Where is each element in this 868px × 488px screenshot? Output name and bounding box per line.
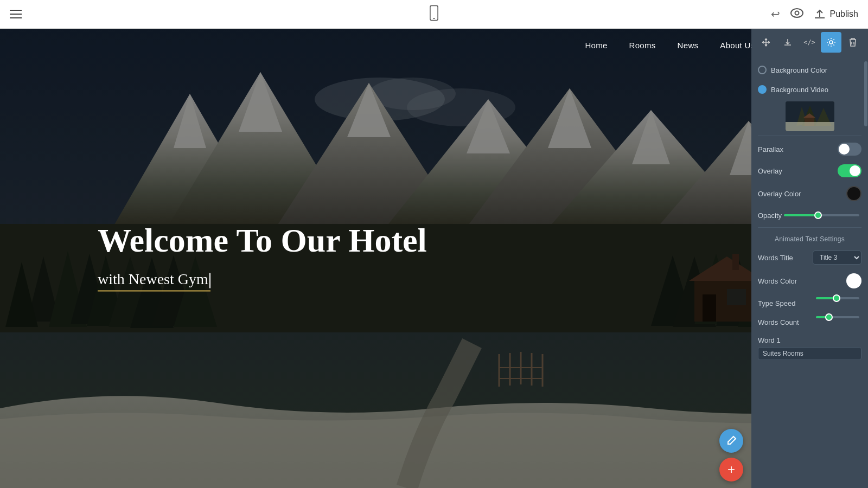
fab-add-icon: + [727, 463, 735, 476]
topbar-center [428, 5, 440, 23]
panel-toolbar: </> [751, 29, 868, 56]
type-speed-row: Type Speed [758, 293, 861, 312]
svg-rect-0 [430, 6, 438, 21]
type-speed-thumb[interactable] [833, 294, 840, 302]
thumbnail-image [786, 101, 834, 131]
overlay-color-row: Overlay Color [758, 182, 861, 206]
overlay-label: Overlay [758, 167, 782, 175]
svg-point-53 [829, 41, 833, 44]
publish-button[interactable]: Publish [814, 9, 858, 19]
parallax-row: Parallax [758, 138, 861, 160]
opacity-slider[interactable] [784, 214, 859, 216]
publish-label: Publish [830, 9, 858, 19]
type-speed-label: Type Speed [758, 297, 795, 307]
topbar-left [10, 10, 22, 18]
word-1-label: Word 1 [758, 336, 781, 344]
hero-title: Welcome To Our Hotel [98, 222, 427, 259]
hero-subtitle: with Newest Gym [98, 271, 210, 288]
opacity-label: Opacity [758, 211, 782, 220]
words-title-label: Words Title [758, 254, 793, 262]
animated-text-settings-title: Animated Text Settings [758, 230, 861, 246]
text-cursor [209, 273, 210, 288]
divider-2 [758, 227, 861, 228]
words-title-row: Words Title Title 1 Title 2 Title 3 Titl… [758, 246, 861, 269]
parallax-knob [839, 144, 850, 155]
overlay-color-swatch[interactable] [846, 186, 861, 201]
preview-icon[interactable] [790, 8, 804, 21]
background-video-label: Background Video [771, 86, 828, 94]
topbar: ↩ Publish [0, 0, 868, 29]
fab-add-button[interactable]: + [719, 458, 743, 481]
scrollbar-thumb [864, 61, 867, 126]
background-video-row: Background Video [758, 80, 861, 99]
overlay-row: Overlay [758, 160, 861, 182]
opacity-slider-thumb[interactable] [814, 211, 822, 219]
divider-1 [758, 136, 861, 136]
nav-home[interactable]: Home [585, 41, 607, 50]
words-title-select[interactable]: Title 1 Title 2 Title 3 Title 4 [813, 251, 861, 265]
parallax-toggle[interactable] [838, 143, 861, 156]
nav-rooms[interactable]: Rooms [629, 41, 656, 50]
overlay-color-label: Overlay Color [758, 190, 801, 198]
words-color-row: Words Color [758, 269, 861, 293]
code-tool-button[interactable]: </> [799, 32, 820, 53]
subtitle-prefix: with [98, 271, 129, 287]
nav-about[interactable]: About Us [720, 41, 755, 50]
settings-panel: </> Backgroun [751, 29, 868, 488]
words-count-thumb[interactable] [825, 313, 833, 321]
canvas-area: Home Rooms News About Us BOOK NOW Welcom… [0, 29, 868, 488]
overlay-toggle[interactable] [838, 164, 861, 177]
background-color-radio[interactable] [758, 66, 767, 74]
move-tool-button[interactable] [756, 32, 776, 53]
hero-content: Welcome To Our Hotel with Newest Gym [98, 222, 427, 288]
topbar-right: ↩ Publish [771, 8, 858, 21]
svg-point-3 [795, 11, 799, 15]
video-thumbnail[interactable] [786, 101, 834, 131]
parallax-label: Parallax [758, 145, 783, 153]
panel-scrollbar[interactable] [864, 56, 868, 488]
words-count-row: Words Count [758, 312, 861, 331]
mobile-preview-icon[interactable] [428, 5, 440, 23]
svg-rect-62 [786, 122, 834, 131]
words-color-label: Words Color [758, 277, 797, 285]
opacity-row: Opacity [758, 206, 861, 225]
svg-point-2 [791, 9, 803, 17]
background-color-label: Background Color [771, 66, 827, 74]
fab-edit-button[interactable] [719, 429, 743, 453]
background-video-radio[interactable] [758, 85, 767, 94]
overlay-knob [850, 165, 860, 176]
opacity-slider-fill [784, 214, 818, 216]
words-count-label: Words Count [758, 316, 799, 326]
word-1-input[interactable] [758, 347, 861, 360]
download-tool-button[interactable] [777, 32, 798, 53]
words-color-swatch[interactable] [846, 273, 861, 288]
word-1-section: Word 1 [758, 331, 861, 364]
hero-nav: Home Rooms News About Us BOOK NOW [0, 29, 868, 61]
type-speed-slider[interactable] [816, 297, 859, 299]
subtitle-word: Newest Gym [129, 271, 208, 287]
settings-tool-button[interactable] [821, 32, 841, 53]
nav-news[interactable]: News [678, 41, 699, 50]
delete-tool-button[interactable] [843, 32, 863, 53]
background-color-row: Background Color [758, 60, 861, 80]
panel-content[interactable]: Background Color Background Video [751, 56, 868, 488]
hamburger-menu[interactable] [10, 10, 22, 18]
undo-icon[interactable]: ↩ [771, 8, 780, 21]
words-count-slider[interactable] [816, 316, 859, 318]
